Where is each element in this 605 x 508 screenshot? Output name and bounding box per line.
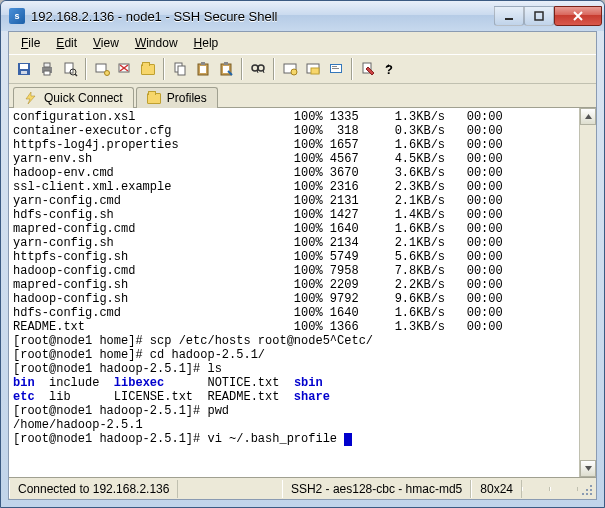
transfer-row: hdfs-config.cmd 100% 1640 1.6KB/s 00:00 — [13, 306, 594, 320]
statusbar: Connected to 192.168.2.136 SSH2 - aes128… — [9, 477, 596, 499]
profiles-icon[interactable] — [137, 58, 159, 80]
scroll-up-icon[interactable] — [580, 108, 596, 125]
menu-help[interactable]: Help — [186, 34, 227, 52]
transfer-row: ssl-client.xml.example 100% 2316 2.3KB/s… — [13, 180, 594, 194]
minimize-button[interactable] — [494, 6, 524, 26]
app-icon: s — [9, 8, 25, 24]
transfer-row: mapred-config.cmd 100% 1640 1.6KB/s 00:0… — [13, 222, 594, 236]
menu-file[interactable]: File — [13, 34, 48, 52]
resize-grip[interactable] — [578, 478, 596, 499]
svg-marker-41 — [585, 466, 592, 471]
find-icon[interactable] — [247, 58, 269, 80]
transfer-row: yarn-config.cmd 100% 2131 2.1KB/s 00:00 — [13, 194, 594, 208]
lightning-icon — [24, 92, 38, 104]
status-blank2 — [550, 487, 578, 491]
transfer-row: httpfs-config.sh 100% 5749 5.6KB/s 00:00 — [13, 250, 594, 264]
close-button[interactable] — [554, 6, 602, 26]
status-blank1 — [522, 487, 550, 491]
svg-rect-19 — [200, 66, 206, 73]
svg-rect-1 — [535, 12, 543, 20]
folder-icon — [147, 93, 161, 104]
print-icon[interactable] — [36, 58, 58, 80]
tab-profiles[interactable]: Profiles — [136, 87, 218, 108]
transfer-row: configuration.xsl 100% 1335 1.3KB/s 00:0… — [13, 110, 594, 124]
disconnect-icon[interactable] — [114, 58, 136, 80]
svg-rect-45 — [582, 493, 584, 495]
log-session-icon[interactable] — [325, 58, 347, 80]
status-cipher: SSH2 - aes128-cbc - hmac-md5 — [282, 480, 471, 498]
transfer-row: hadoop-config.cmd 100% 7958 7.8KB/s 00:0… — [13, 264, 594, 278]
svg-marker-40 — [585, 114, 592, 119]
svg-point-12 — [105, 71, 110, 76]
transfer-row: httpfs-log4j.properties 100% 1657 1.6KB/… — [13, 138, 594, 152]
transfer-row: yarn-config.sh 100% 2134 2.1KB/s 00:00 — [13, 236, 594, 250]
menubar: File Edit View Window Help — [9, 32, 596, 54]
svg-rect-35 — [332, 68, 339, 69]
svg-rect-46 — [586, 493, 588, 495]
svg-line-26 — [257, 70, 258, 73]
svg-rect-7 — [44, 71, 50, 75]
menu-edit[interactable]: Edit — [48, 34, 85, 52]
tab-quick-connect[interactable]: Quick Connect — [13, 87, 134, 108]
svg-rect-17 — [178, 66, 185, 75]
tab-label: Quick Connect — [44, 91, 123, 105]
settings-icon[interactable] — [357, 58, 379, 80]
status-size: 80x24 — [471, 480, 522, 498]
svg-marker-39 — [26, 92, 35, 104]
cursor — [344, 433, 352, 446]
svg-rect-34 — [332, 66, 337, 67]
svg-line-27 — [263, 70, 264, 73]
svg-rect-44 — [590, 489, 592, 491]
transfer-row: hadoop-env.cmd 100% 3670 3.6KB/s 00:00 — [13, 166, 594, 180]
titlebar[interactable]: s 192.168.2.136 - node1 - SSH Secure She… — [1, 1, 604, 31]
tab-label: Profiles — [167, 91, 207, 105]
svg-rect-43 — [586, 489, 588, 491]
connect-icon[interactable] — [91, 58, 113, 80]
scroll-down-icon[interactable] — [580, 460, 596, 477]
print-preview-icon[interactable] — [59, 58, 81, 80]
new-file-transfer-icon[interactable] — [302, 58, 324, 80]
maximize-button[interactable] — [524, 6, 554, 26]
svg-rect-0 — [505, 18, 513, 20]
svg-rect-20 — [201, 62, 205, 65]
help-icon[interactable]: ? — [380, 58, 402, 80]
terminal[interactable]: configuration.xsl 100% 1335 1.3KB/s 00:0… — [9, 108, 596, 477]
scrollbar[interactable] — [579, 108, 596, 477]
transfer-row: container-executor.cfg 100% 318 0.3KB/s … — [13, 124, 594, 138]
status-connection: Connected to 192.168.2.136 — [9, 480, 178, 498]
transfer-row: yarn-env.sh 100% 4567 4.5KB/s 00:00 — [13, 152, 594, 166]
window-title: 192.168.2.136 - node1 - SSH Secure Shell — [31, 9, 494, 24]
svg-rect-8 — [65, 63, 73, 73]
toolbar: ? — [9, 54, 596, 84]
save-icon[interactable] — [13, 58, 35, 80]
svg-rect-6 — [44, 63, 50, 67]
app-window: s 192.168.2.136 - node1 - SSH Secure She… — [0, 0, 605, 508]
new-terminal-icon[interactable] — [279, 58, 301, 80]
paste-icon[interactable] — [192, 58, 214, 80]
svg-rect-3 — [20, 64, 28, 69]
svg-point-29 — [291, 69, 297, 75]
svg-rect-31 — [311, 68, 319, 74]
tabbar: Quick Connect Profiles — [9, 84, 596, 108]
paste-selection-icon[interactable] — [215, 58, 237, 80]
svg-line-10 — [75, 74, 77, 76]
transfer-row: mapred-config.sh 100% 2209 2.2KB/s 00:00 — [13, 278, 594, 292]
menu-window[interactable]: Window — [127, 34, 186, 52]
svg-rect-42 — [590, 485, 592, 487]
menu-view[interactable]: View — [85, 34, 127, 52]
transfer-row: README.txt 100% 1366 1.3KB/s 00:00 — [13, 320, 594, 334]
client-area: File Edit View Window Help — [8, 31, 597, 500]
svg-rect-4 — [21, 71, 27, 74]
transfer-row: hadoop-config.sh 100% 9792 9.6KB/s 00:00 — [13, 292, 594, 306]
svg-rect-47 — [590, 493, 592, 495]
svg-rect-23 — [224, 62, 228, 65]
copy-icon[interactable] — [169, 58, 191, 80]
transfer-row: hdfs-config.sh 100% 1427 1.4KB/s 00:00 — [13, 208, 594, 222]
svg-rect-11 — [96, 64, 106, 72]
